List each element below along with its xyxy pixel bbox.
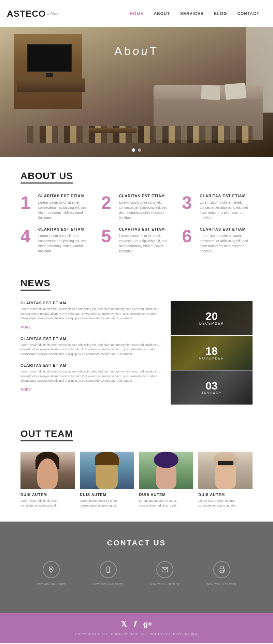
team-photo-3 bbox=[139, 452, 193, 489]
nav-blog[interactable]: BLOG bbox=[214, 11, 227, 16]
news-layout: CLARITAS EST ETIAM Lorem ipsum dolor sit… bbox=[20, 301, 253, 405]
footer: 𝕏 f g+ COPYRIGHT © 2016 COMPANY NAME ALL… bbox=[0, 613, 273, 643]
news-photos: 20 DECEMBER 18 NOVEMBER 03 JANUARY bbox=[171, 301, 253, 405]
news-article-3: CLARITAS EST ETIAM Lorem ipsum dolor sit… bbox=[20, 363, 164, 392]
feature-6-number: 6 bbox=[182, 227, 196, 245]
team-photo-2 bbox=[80, 452, 134, 489]
news-article-1-title: CLARITAS EST ETIAM bbox=[20, 301, 164, 305]
news-article-2: CLARITAS EST ETIAM Lorem ipsum dolor sit… bbox=[20, 337, 164, 357]
feature-2-text: Lorem ipsum dolor sit amet, consectetuer… bbox=[119, 200, 172, 220]
contact-item-2-text: New York 5870 clarity bbox=[93, 582, 123, 586]
news-date-3-day: 03 bbox=[205, 380, 218, 391]
hero-dot-2[interactable] bbox=[138, 148, 141, 152]
hero-dot-1[interactable] bbox=[132, 148, 135, 152]
team-member-3-text: Lorem ipsum dolor sit amet, consectetuer… bbox=[139, 499, 193, 508]
news-more-1[interactable]: MORE bbox=[20, 325, 31, 329]
main-nav: HOME ABOUT SERVICES BLOG CONTACT bbox=[68, 11, 273, 16]
feature-4-title: CLARITAS EST ETIAM bbox=[38, 227, 91, 231]
logo-name: ASTECO bbox=[7, 9, 46, 19]
team-title: OUT TEAM bbox=[20, 428, 73, 441]
contact-section: CONTACT US New York 5870 clarity New Yor… bbox=[0, 522, 273, 613]
feature-3: 3 CLARITAS EST ETIAM Lorem ipsum dolor s… bbox=[182, 194, 253, 220]
feature-2-title: CLARITAS EST ETIAM bbox=[119, 194, 172, 198]
svg-rect-4 bbox=[220, 570, 224, 573]
feature-3-title: CLARITAS EST ETIAM bbox=[200, 194, 253, 198]
contact-item-1-text: New York 5870 clarity bbox=[37, 582, 66, 586]
email-icon bbox=[156, 561, 173, 578]
team-member-3-name: DUIS AUTEM bbox=[139, 493, 193, 497]
features-grid: 1 CLARITAS EST ETIAM Lorem ipsum dolor s… bbox=[20, 194, 253, 254]
contact-title: CONTACT US bbox=[14, 539, 259, 547]
news-date-2-month: NOVEMBER bbox=[199, 356, 224, 360]
contact-item-4: New York 5870 clarity bbox=[207, 561, 237, 586]
news-date-2-day: 18 bbox=[205, 346, 218, 356]
feature-5-title: CLARITAS EST ETIAM bbox=[119, 227, 172, 231]
location-icon bbox=[43, 561, 60, 578]
team-section: OUT TEAM DUIS AUTEM Lorem ipsum dolor si… bbox=[0, 418, 273, 522]
about-section: ABOUT US 1 CLARITAS EST ETIAM Lorem ipsu… bbox=[0, 157, 273, 267]
team-member-2-text: Lorem ipsum dolor sit amet, consectetuer… bbox=[80, 499, 134, 508]
feature-6-title: CLARITAS EST ETIAM bbox=[200, 227, 253, 231]
feature-5-number: 5 bbox=[101, 227, 115, 245]
contact-item-4-text: New York 5870 clarity bbox=[207, 582, 237, 586]
feature-2: 2 CLARITAS EST ETIAM Lorem ipsum dolor s… bbox=[101, 194, 172, 220]
nav-about[interactable]: ABOUT bbox=[154, 11, 170, 16]
social-links: 𝕏 f g+ bbox=[14, 620, 259, 629]
news-date-3-month: JANUARY bbox=[201, 391, 222, 395]
team-photo-1 bbox=[20, 452, 75, 489]
feature-1-title: CLARITAS EST ETIAM bbox=[38, 194, 91, 198]
team-member-2: DUIS AUTEM Lorem ipsum dolor sit amet, c… bbox=[80, 452, 134, 508]
contact-item-2: New York 5870 clarity bbox=[93, 561, 123, 586]
news-photo-1[interactable]: 20 DECEMBER bbox=[171, 301, 253, 335]
print-icon bbox=[213, 561, 230, 578]
news-more-3[interactable]: MORE bbox=[20, 388, 31, 392]
news-photo-3[interactable]: 03 JANUARY bbox=[171, 370, 253, 405]
contact-icons: New York 5870 clarity New York 5870 clar… bbox=[14, 561, 259, 586]
news-article-3-title: CLARITAS EST ETIAM bbox=[20, 363, 164, 367]
news-article-1: CLARITAS EST ETIAM Lorem ipsum dolor sit… bbox=[20, 301, 164, 330]
feature-4-text: Lorem ipsum dolor sit amet, consectetuer… bbox=[38, 233, 91, 254]
news-date-1-day: 20 bbox=[205, 311, 218, 322]
contact-item-1: New York 5870 clarity bbox=[37, 561, 66, 586]
team-grid: DUIS AUTEM Lorem ipsum dolor sit amet, c… bbox=[20, 452, 253, 508]
news-articles: CLARITAS EST ETIAM Lorem ipsum dolor sit… bbox=[20, 301, 164, 405]
feature-5: 5 CLARITAS EST ETIAM Lorem ipsum dolor s… bbox=[101, 227, 172, 254]
news-article-2-text: Lorem ipsum dolor sit amet, consectetuer… bbox=[20, 343, 164, 357]
header: ASTECO Interior HOME ABOUT SERVICES BLOG… bbox=[0, 0, 273, 27]
contact-item-3: New York 5870 clarity bbox=[150, 561, 180, 586]
team-member-2-name: DUIS AUTEM bbox=[80, 493, 134, 497]
phone-icon bbox=[100, 561, 117, 578]
facebook-icon[interactable]: f bbox=[134, 620, 136, 629]
news-section: NEWS CLARITAS EST ETIAM Lorem ipsum dolo… bbox=[0, 267, 273, 418]
feature-1-text: Lorem ipsum dolor sit amet, consectetuer… bbox=[38, 200, 91, 220]
news-article-3-text: Lorem ipsum dolor sit amet, consectetuer… bbox=[20, 369, 164, 383]
feature-6: 6 CLARITAS EST ETIAM Lorem ipsum dolor s… bbox=[182, 227, 253, 254]
nav-services[interactable]: SERVICES bbox=[180, 11, 203, 16]
team-member-1-text: Lorem ipsum dolor sit amet, consectetuer… bbox=[20, 499, 75, 508]
svg-rect-1 bbox=[107, 567, 110, 573]
nav-home[interactable]: HOME bbox=[130, 11, 143, 16]
footer-copyright: COPYRIGHT © 2016 COMPANY NAME ALL RIGHTS… bbox=[14, 632, 259, 636]
team-photo-4 bbox=[198, 452, 253, 489]
nav-contact[interactable]: CONTACT bbox=[237, 11, 259, 16]
feature-1: 1 CLARITAS EST ETIAM Lorem ipsum dolor s… bbox=[20, 194, 91, 220]
feature-1-number: 1 bbox=[20, 194, 34, 211]
feature-5-text: Lorem ipsum dolor sit amet, consectetuer… bbox=[119, 233, 172, 254]
hero-banner: AbouT bbox=[0, 27, 273, 157]
news-article-2-title: CLARITAS EST ETIAM bbox=[20, 337, 164, 341]
news-photo-2[interactable]: 18 NOVEMBER bbox=[171, 336, 253, 370]
team-member-4-name: DUIS AUTEM bbox=[198, 493, 253, 497]
team-member-3: DUIS AUTEM Lorem ipsum dolor sit amet, c… bbox=[139, 452, 193, 508]
hero-title: AbouT bbox=[114, 44, 159, 58]
team-member-4-text: Lorem ipsum dolor sit amet, consectetuer… bbox=[198, 499, 253, 508]
twitter-icon[interactable]: 𝕏 bbox=[121, 620, 127, 629]
logo-tagline: Interior bbox=[47, 11, 60, 16]
feature-4-number: 4 bbox=[20, 227, 34, 245]
logo: ASTECO Interior bbox=[0, 0, 68, 27]
team-member-4: DUIS AUTEM Lorem ipsum dolor sit amet, c… bbox=[198, 452, 253, 508]
svg-point-0 bbox=[51, 568, 52, 569]
googleplus-icon[interactable]: g+ bbox=[143, 620, 152, 629]
feature-4: 4 CLARITAS EST ETIAM Lorem ipsum dolor s… bbox=[20, 227, 91, 254]
hero-pagination bbox=[132, 148, 141, 152]
feature-3-number: 3 bbox=[182, 194, 196, 211]
